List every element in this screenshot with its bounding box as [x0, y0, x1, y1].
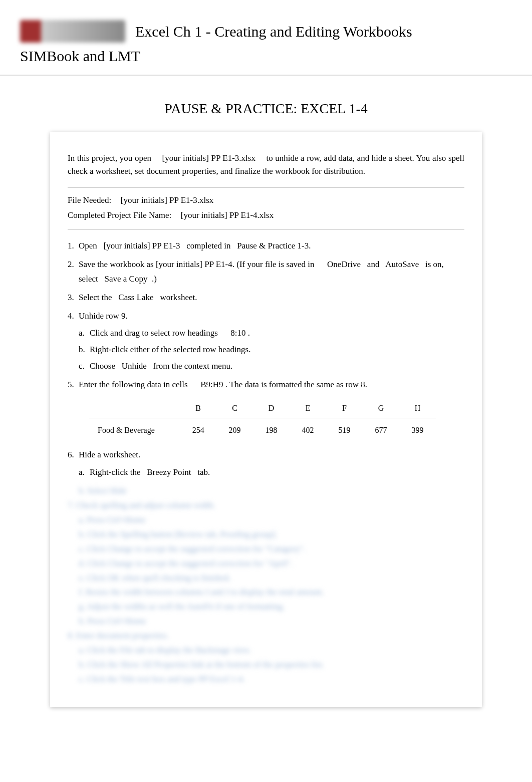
step-4: Unhide row 9. Click and drag to select r… [68, 309, 464, 374]
th-c: C [216, 398, 253, 418]
step-6: Hide a worksheet. Right-click the Breezy… [68, 448, 464, 480]
blurred-line: d. Click Change to accept the suggested … [79, 557, 464, 571]
cell-b: 254 [180, 418, 216, 442]
header-title: Excel Ch 1 - Creating and Editing Workbo… [135, 23, 412, 40]
blurred-line: b. Click the Show All Properties link at… [79, 658, 464, 672]
completed-file-value: [your initials] PP E1-4.xlsx [181, 210, 274, 220]
row-label: Food & Beverage [89, 418, 180, 442]
blurred-line: a. Press Ctrl+Home [79, 513, 464, 528]
cell-h: 399 [399, 418, 436, 442]
blurred-line: f. Resize the width between columns I an… [79, 585, 464, 600]
header-subtitle: SIMBook and LMT [20, 48, 512, 65]
file-needed-label: File Needed: [68, 195, 111, 205]
section-title: PAUSE & PRACTICE: EXCEL 1-4 [0, 101, 532, 117]
th-e: E [290, 398, 326, 418]
steps-list: Open [your initials] PP E1-3 completed i… [68, 239, 464, 480]
blurred-line: c. Click Change to accept the suggested … [79, 542, 464, 557]
file-needed-value: [your initials] PP E1-3.xlsx [121, 195, 213, 205]
blurred-line: e. Click OK when spell checking is finis… [79, 571, 464, 586]
th-f: F [326, 398, 363, 418]
blurred-line: b. Select Hide [79, 484, 464, 498]
step-4c: Choose Unhide from the context menu. [79, 359, 464, 374]
th-d: D [253, 398, 290, 418]
cell-d: 198 [253, 418, 290, 442]
blurred-line: b. Click the Spelling button [Review tab… [79, 528, 464, 542]
step-3: Select the Cass Lake worksheet. [68, 291, 464, 305]
blurred-line: 7. Check spelling and adjust column widt… [68, 498, 464, 513]
table-row: Food & Beverage 254 209 198 402 519 677 … [89, 418, 436, 442]
blurred-line: c. Click the Title text box and type PP … [79, 672, 464, 687]
cell-g: 677 [363, 418, 399, 442]
step-1: Open [your initials] PP E1-3 completed i… [68, 239, 464, 253]
blurred-line: 8. Enter document properties. [68, 629, 464, 643]
data-entry-table: B C D E F G H Food & Beverage 254 209 19 [89, 398, 436, 442]
page-header: Excel Ch 1 - Creating and Editing Workbo… [0, 0, 532, 76]
th-h: H [399, 398, 436, 418]
blurred-line: g. Adjust the widths as well the AutoFit… [79, 600, 464, 614]
th-blank [89, 398, 180, 418]
blurred-content-region: b. Select Hide 7. Check spelling and adj… [68, 484, 464, 686]
step-4b: Right-click either of the selected row h… [79, 343, 464, 357]
step-6a: Right-click the Breezy Point tab. [79, 465, 464, 480]
cell-e: 402 [290, 418, 326, 442]
intro-paragraph: In this project, you open [your initials… [68, 152, 464, 177]
blurred-line: a. Click the File tab to display the Bac… [79, 643, 464, 658]
th-g: G [363, 398, 399, 418]
step-4a: Click and drag to select row headings 8:… [79, 326, 464, 341]
document-page: In this project, you open [your initials… [50, 132, 482, 707]
file-info-block: File Needed: [your initials] PP E1-3.xls… [68, 187, 464, 230]
step-5: Enter the following data in cells B9:H9 … [68, 378, 464, 442]
step-2: Save the workbook as [your initials] PP … [68, 257, 464, 287]
cell-f: 519 [326, 418, 363, 442]
cell-c: 209 [216, 418, 253, 442]
logo-image [20, 20, 125, 43]
blurred-line: h. Press Ctrl+Home [79, 614, 464, 629]
completed-file-label: Completed Project File Name: [68, 210, 171, 220]
th-b: B [180, 398, 216, 418]
